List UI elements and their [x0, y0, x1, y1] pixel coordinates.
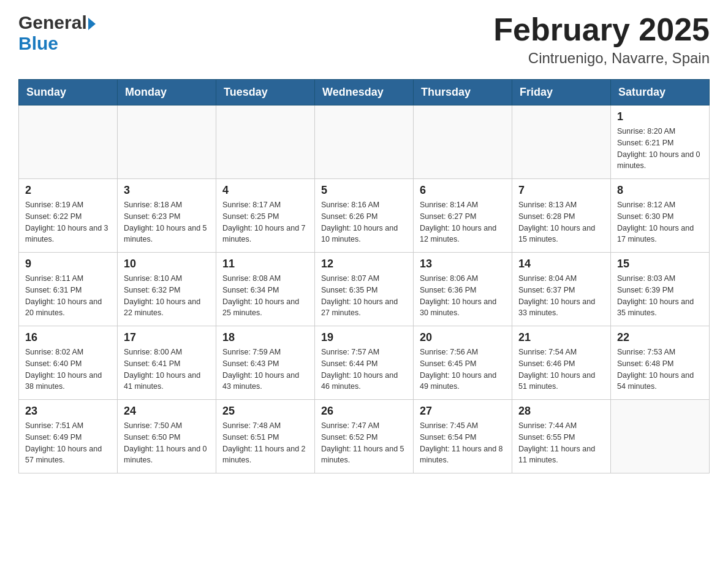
calendar-cell: 12Sunrise: 8:07 AMSunset: 6:35 PMDayligh…: [315, 253, 414, 326]
day-number: 12: [321, 258, 407, 270]
day-number: 23: [25, 405, 111, 418]
calendar-cell: [216, 105, 315, 179]
calendar-cell: 22Sunrise: 7:53 AMSunset: 6:48 PMDayligh…: [611, 326, 710, 400]
calendar-table: SundayMondayTuesdayWednesdayThursdayFrid…: [18, 79, 710, 473]
calendar-cell: 18Sunrise: 7:59 AMSunset: 6:43 PMDayligh…: [216, 326, 315, 400]
calendar-week-row: 9Sunrise: 8:11 AMSunset: 6:31 PMDaylight…: [19, 253, 710, 326]
day-info: Sunrise: 7:59 AMSunset: 6:43 PMDaylight:…: [222, 347, 308, 393]
month-title: February 2025: [493, 12, 710, 47]
calendar-cell: 15Sunrise: 8:03 AMSunset: 6:39 PMDayligh…: [611, 253, 710, 326]
day-info: Sunrise: 7:54 AMSunset: 6:46 PMDaylight:…: [518, 347, 604, 393]
calendar-cell: 24Sunrise: 7:50 AMSunset: 6:50 PMDayligh…: [118, 400, 216, 473]
day-info: Sunrise: 7:44 AMSunset: 6:55 PMDaylight:…: [518, 420, 604, 466]
calendar-cell: 17Sunrise: 8:00 AMSunset: 6:41 PMDayligh…: [118, 326, 216, 400]
day-info: Sunrise: 8:11 AMSunset: 6:31 PMDaylight:…: [25, 273, 111, 319]
day-info: Sunrise: 8:08 AMSunset: 6:34 PMDaylight:…: [222, 273, 308, 319]
day-number: 25: [222, 405, 308, 418]
day-number: 17: [124, 331, 210, 344]
calendar-cell: 5Sunrise: 8:16 AMSunset: 6:26 PMDaylight…: [315, 179, 414, 253]
calendar-cell: 2Sunrise: 8:19 AMSunset: 6:22 PMDaylight…: [19, 179, 118, 253]
day-number: 18: [222, 331, 308, 344]
page-header: General Blue February 2025 Cintruenigo, …: [18, 12, 710, 67]
day-info: Sunrise: 8:13 AMSunset: 6:28 PMDaylight:…: [518, 199, 604, 245]
day-info: Sunrise: 7:50 AMSunset: 6:50 PMDaylight:…: [124, 420, 210, 466]
day-number: 6: [420, 184, 506, 197]
calendar-cell: 9Sunrise: 8:11 AMSunset: 6:31 PMDaylight…: [19, 253, 118, 326]
day-of-week-header: Friday: [512, 80, 611, 105]
day-info: Sunrise: 8:03 AMSunset: 6:39 PMDaylight:…: [617, 273, 703, 319]
day-number: 10: [124, 258, 210, 270]
calendar-cell: 10Sunrise: 8:10 AMSunset: 6:32 PMDayligh…: [118, 253, 216, 326]
calendar-week-row: 1Sunrise: 8:20 AMSunset: 6:21 PMDaylight…: [19, 105, 710, 179]
day-number: 1: [617, 110, 703, 123]
day-number: 14: [518, 258, 604, 270]
day-info: Sunrise: 8:18 AMSunset: 6:23 PMDaylight:…: [124, 199, 210, 245]
day-number: 28: [518, 405, 604, 418]
calendar-cell: 14Sunrise: 8:04 AMSunset: 6:37 PMDayligh…: [512, 253, 611, 326]
calendar-cell: 8Sunrise: 8:12 AMSunset: 6:30 PMDaylight…: [611, 179, 710, 253]
day-info: Sunrise: 8:14 AMSunset: 6:27 PMDaylight:…: [420, 199, 506, 245]
day-info: Sunrise: 7:47 AMSunset: 6:52 PMDaylight:…: [321, 420, 407, 466]
day-number: 7: [518, 184, 604, 197]
day-info: Sunrise: 8:16 AMSunset: 6:26 PMDaylight:…: [321, 199, 407, 245]
day-number: 16: [25, 331, 111, 344]
calendar-cell: 21Sunrise: 7:54 AMSunset: 6:46 PMDayligh…: [512, 326, 611, 400]
day-of-week-header: Tuesday: [216, 80, 315, 105]
day-info: Sunrise: 8:20 AMSunset: 6:21 PMDaylight:…: [617, 126, 703, 172]
logo-general-text: General: [18, 12, 87, 33]
day-number: 11: [222, 258, 308, 270]
day-info: Sunrise: 8:12 AMSunset: 6:30 PMDaylight:…: [617, 199, 703, 245]
calendar-cell: 26Sunrise: 7:47 AMSunset: 6:52 PMDayligh…: [315, 400, 414, 473]
day-info: Sunrise: 8:04 AMSunset: 6:37 PMDaylight:…: [518, 273, 604, 319]
calendar-cell: 28Sunrise: 7:44 AMSunset: 6:55 PMDayligh…: [512, 400, 611, 473]
day-info: Sunrise: 7:51 AMSunset: 6:49 PMDaylight:…: [25, 420, 111, 466]
calendar-week-row: 16Sunrise: 8:02 AMSunset: 6:40 PMDayligh…: [19, 326, 710, 400]
title-area: February 2025 Cintruenigo, Navarre, Spai…: [493, 12, 710, 67]
day-number: 19: [321, 331, 407, 344]
day-number: 27: [420, 405, 506, 418]
day-info: Sunrise: 8:17 AMSunset: 6:25 PMDaylight:…: [222, 199, 308, 245]
calendar-cell: 7Sunrise: 8:13 AMSunset: 6:28 PMDaylight…: [512, 179, 611, 253]
calendar-cell: 19Sunrise: 7:57 AMSunset: 6:44 PMDayligh…: [315, 326, 414, 400]
calendar-cell: 6Sunrise: 8:14 AMSunset: 6:27 PMDaylight…: [414, 179, 512, 253]
day-of-week-header: Wednesday: [315, 80, 414, 105]
day-info: Sunrise: 7:53 AMSunset: 6:48 PMDaylight:…: [617, 347, 703, 393]
calendar-cell: 20Sunrise: 7:56 AMSunset: 6:45 PMDayligh…: [414, 326, 512, 400]
day-info: Sunrise: 8:07 AMSunset: 6:35 PMDaylight:…: [321, 273, 407, 319]
calendar-cell: [611, 400, 710, 473]
calendar-cell: [315, 105, 414, 179]
day-number: 26: [321, 405, 407, 418]
calendar-cell: 1Sunrise: 8:20 AMSunset: 6:21 PMDaylight…: [611, 105, 710, 179]
day-number: 5: [321, 184, 407, 197]
day-info: Sunrise: 7:57 AMSunset: 6:44 PMDaylight:…: [321, 347, 407, 393]
day-number: 8: [617, 184, 703, 197]
day-of-week-header: Sunday: [19, 80, 118, 105]
day-number: 2: [25, 184, 111, 197]
day-number: 3: [124, 184, 210, 197]
calendar-cell: 25Sunrise: 7:48 AMSunset: 6:51 PMDayligh…: [216, 400, 315, 473]
calendar-cell: 27Sunrise: 7:45 AMSunset: 6:54 PMDayligh…: [414, 400, 512, 473]
day-info: Sunrise: 8:02 AMSunset: 6:40 PMDaylight:…: [25, 347, 111, 393]
calendar-cell: [414, 105, 512, 179]
calendar-cell: 11Sunrise: 8:08 AMSunset: 6:34 PMDayligh…: [216, 253, 315, 326]
calendar-week-row: 23Sunrise: 7:51 AMSunset: 6:49 PMDayligh…: [19, 400, 710, 473]
calendar-cell: 13Sunrise: 8:06 AMSunset: 6:36 PMDayligh…: [414, 253, 512, 326]
day-of-week-header: Thursday: [414, 80, 512, 105]
day-info: Sunrise: 8:00 AMSunset: 6:41 PMDaylight:…: [124, 347, 210, 393]
day-number: 13: [420, 258, 506, 270]
calendar-cell: [118, 105, 216, 179]
calendar-cell: [512, 105, 611, 179]
calendar-cell: 16Sunrise: 8:02 AMSunset: 6:40 PMDayligh…: [19, 326, 118, 400]
calendar-cell: 4Sunrise: 8:17 AMSunset: 6:25 PMDaylight…: [216, 179, 315, 253]
logo: General Blue: [18, 12, 96, 54]
day-number: 4: [222, 184, 308, 197]
logo-blue-text: Blue: [18, 33, 58, 54]
logo-arrow-icon: [88, 18, 96, 30]
location-label: Cintruenigo, Navarre, Spain: [493, 50, 710, 67]
day-number: 22: [617, 331, 703, 344]
calendar-cell: 23Sunrise: 7:51 AMSunset: 6:49 PMDayligh…: [19, 400, 118, 473]
calendar-cell: 3Sunrise: 8:18 AMSunset: 6:23 PMDaylight…: [118, 179, 216, 253]
day-number: 20: [420, 331, 506, 344]
day-number: 15: [617, 258, 703, 270]
day-of-week-header: Monday: [118, 80, 216, 105]
